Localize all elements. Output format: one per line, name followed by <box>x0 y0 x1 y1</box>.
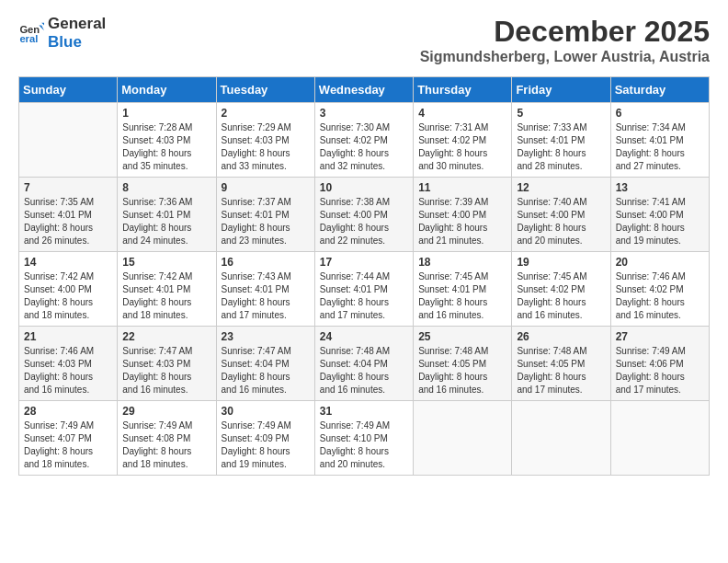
svg-text:eral: eral <box>19 33 38 44</box>
calendar-week-row: 21Sunrise: 7:46 AM Sunset: 4:03 PM Dayli… <box>19 327 710 401</box>
cell-content: Sunrise: 7:45 AM Sunset: 4:01 PM Dayligh… <box>418 270 506 322</box>
cell-content: Sunrise: 7:49 AM Sunset: 4:09 PM Dayligh… <box>222 419 310 471</box>
calendar-cell: 11Sunrise: 7:39 AM Sunset: 4:00 PM Dayli… <box>414 178 512 252</box>
cell-content: Sunrise: 7:30 AM Sunset: 4:02 PM Dayligh… <box>320 121 408 173</box>
header: Gen eral General Blue December 2025 Sigm… <box>18 15 710 65</box>
calendar-cell <box>512 401 610 476</box>
day-number: 27 <box>616 330 704 343</box>
cell-content: Sunrise: 7:48 AM Sunset: 4:04 PM Dayligh… <box>320 345 408 396</box>
calendar-cell: 4Sunrise: 7:31 AM Sunset: 4:02 PM Daylig… <box>414 103 512 178</box>
day-number: 24 <box>320 330 408 343</box>
logo-line1: General <box>48 15 106 33</box>
cell-content: Sunrise: 7:39 AM Sunset: 4:00 PM Dayligh… <box>418 196 506 247</box>
cell-content: Sunrise: 7:40 AM Sunset: 4:00 PM Dayligh… <box>517 196 605 247</box>
cell-content: Sunrise: 7:35 AM Sunset: 4:01 PM Dayligh… <box>24 196 112 247</box>
calendar-cell: 22Sunrise: 7:47 AM Sunset: 4:03 PM Dayli… <box>118 327 216 401</box>
day-number: 1 <box>122 107 210 120</box>
day-number: 7 <box>24 181 112 194</box>
calendar-cell: 26Sunrise: 7:48 AM Sunset: 4:05 PM Dayli… <box>512 327 610 401</box>
day-number: 6 <box>616 107 704 120</box>
day-number: 31 <box>320 405 408 418</box>
calendar-cell: 31Sunrise: 7:49 AM Sunset: 4:10 PM Dayli… <box>314 401 413 476</box>
calendar-table: SundayMondayTuesdayWednesdayThursdayFrid… <box>18 76 710 476</box>
month-title: December 2025 <box>420 15 710 49</box>
day-number: 8 <box>122 181 210 194</box>
day-number: 17 <box>320 256 408 269</box>
calendar-week-row: 1Sunrise: 7:28 AM Sunset: 4:03 PM Daylig… <box>19 103 710 178</box>
cell-content: Sunrise: 7:48 AM Sunset: 4:05 PM Dayligh… <box>418 345 506 396</box>
cell-content: Sunrise: 7:42 AM Sunset: 4:00 PM Dayligh… <box>24 270 112 322</box>
logo-icon: Gen eral <box>18 20 44 46</box>
day-number: 11 <box>418 181 506 194</box>
svg-marker-2 <box>39 26 44 31</box>
day-number: 19 <box>517 256 605 269</box>
calendar-cell: 24Sunrise: 7:48 AM Sunset: 4:04 PM Dayli… <box>314 327 413 401</box>
cell-content: Sunrise: 7:48 AM Sunset: 4:05 PM Dayligh… <box>517 345 605 396</box>
day-number: 16 <box>222 256 310 269</box>
calendar-cell: 3Sunrise: 7:30 AM Sunset: 4:02 PM Daylig… <box>314 103 413 178</box>
calendar-cell: 8Sunrise: 7:36 AM Sunset: 4:01 PM Daylig… <box>118 178 216 252</box>
cell-content: Sunrise: 7:34 AM Sunset: 4:01 PM Dayligh… <box>616 121 704 173</box>
calendar-cell <box>19 103 118 178</box>
day-number: 13 <box>616 181 704 194</box>
day-number: 25 <box>418 330 506 343</box>
day-number: 28 <box>24 405 112 418</box>
day-number: 5 <box>517 107 605 120</box>
cell-content: Sunrise: 7:28 AM Sunset: 4:03 PM Dayligh… <box>122 121 210 173</box>
cell-content: Sunrise: 7:38 AM Sunset: 4:00 PM Dayligh… <box>320 196 408 247</box>
calendar-header-row: SundayMondayTuesdayWednesdayThursdayFrid… <box>19 77 710 103</box>
calendar-cell: 29Sunrise: 7:49 AM Sunset: 4:08 PM Dayli… <box>118 401 216 476</box>
cell-content: Sunrise: 7:43 AM Sunset: 4:01 PM Dayligh… <box>222 270 310 322</box>
calendar-cell: 12Sunrise: 7:40 AM Sunset: 4:00 PM Dayli… <box>512 178 610 252</box>
calendar-cell: 30Sunrise: 7:49 AM Sunset: 4:09 PM Dayli… <box>216 401 314 476</box>
calendar-cell: 6Sunrise: 7:34 AM Sunset: 4:01 PM Daylig… <box>610 103 709 178</box>
cell-content: Sunrise: 7:49 AM Sunset: 4:08 PM Dayligh… <box>122 419 210 471</box>
weekday-header: Wednesday <box>314 77 413 103</box>
cell-content: Sunrise: 7:45 AM Sunset: 4:02 PM Dayligh… <box>517 270 605 322</box>
calendar-cell: 1Sunrise: 7:28 AM Sunset: 4:03 PM Daylig… <box>118 103 216 178</box>
weekday-header: Friday <box>512 77 610 103</box>
cell-content: Sunrise: 7:49 AM Sunset: 4:10 PM Dayligh… <box>320 419 408 471</box>
day-number: 15 <box>122 256 210 269</box>
cell-content: Sunrise: 7:44 AM Sunset: 4:01 PM Dayligh… <box>320 270 408 322</box>
calendar-cell <box>610 401 709 476</box>
cell-content: Sunrise: 7:46 AM Sunset: 4:03 PM Dayligh… <box>24 345 112 396</box>
day-number: 21 <box>24 330 112 343</box>
weekday-header: Thursday <box>414 77 512 103</box>
calendar-week-row: 14Sunrise: 7:42 AM Sunset: 4:00 PM Dayli… <box>19 252 710 327</box>
day-number: 23 <box>222 330 310 343</box>
calendar-week-row: 28Sunrise: 7:49 AM Sunset: 4:07 PM Dayli… <box>19 401 710 476</box>
cell-content: Sunrise: 7:31 AM Sunset: 4:02 PM Dayligh… <box>418 121 506 173</box>
cell-content: Sunrise: 7:41 AM Sunset: 4:00 PM Dayligh… <box>616 196 704 247</box>
weekday-header: Monday <box>118 77 216 103</box>
calendar-cell: 25Sunrise: 7:48 AM Sunset: 4:05 PM Dayli… <box>414 327 512 401</box>
calendar-cell: 9Sunrise: 7:37 AM Sunset: 4:01 PM Daylig… <box>216 178 314 252</box>
day-number: 12 <box>517 181 605 194</box>
cell-content: Sunrise: 7:36 AM Sunset: 4:01 PM Dayligh… <box>122 196 210 247</box>
weekday-header: Saturday <box>610 77 709 103</box>
title-section: December 2025 Sigmundsherberg, Lower Aus… <box>420 15 710 65</box>
cell-content: Sunrise: 7:47 AM Sunset: 4:04 PM Dayligh… <box>222 345 310 396</box>
calendar-cell: 16Sunrise: 7:43 AM Sunset: 4:01 PM Dayli… <box>216 252 314 327</box>
calendar-cell: 20Sunrise: 7:46 AM Sunset: 4:02 PM Dayli… <box>610 252 709 327</box>
calendar-cell: 19Sunrise: 7:45 AM Sunset: 4:02 PM Dayli… <box>512 252 610 327</box>
logo-line2: Blue <box>48 33 106 52</box>
calendar-cell: 10Sunrise: 7:38 AM Sunset: 4:00 PM Dayli… <box>314 178 413 252</box>
day-number: 18 <box>418 256 506 269</box>
calendar-cell: 21Sunrise: 7:46 AM Sunset: 4:03 PM Dayli… <box>19 327 118 401</box>
calendar-cell: 15Sunrise: 7:42 AM Sunset: 4:01 PM Dayli… <box>118 252 216 327</box>
calendar-cell: 27Sunrise: 7:49 AM Sunset: 4:06 PM Dayli… <box>610 327 709 401</box>
calendar-cell: 18Sunrise: 7:45 AM Sunset: 4:01 PM Dayli… <box>414 252 512 327</box>
weekday-header: Tuesday <box>216 77 314 103</box>
calendar-cell: 17Sunrise: 7:44 AM Sunset: 4:01 PM Dayli… <box>314 252 413 327</box>
day-number: 4 <box>418 107 506 120</box>
cell-content: Sunrise: 7:33 AM Sunset: 4:01 PM Dayligh… <box>517 121 605 173</box>
calendar-cell: 7Sunrise: 7:35 AM Sunset: 4:01 PM Daylig… <box>19 178 118 252</box>
cell-content: Sunrise: 7:47 AM Sunset: 4:03 PM Dayligh… <box>122 345 210 396</box>
calendar-cell: 28Sunrise: 7:49 AM Sunset: 4:07 PM Dayli… <box>19 401 118 476</box>
cell-content: Sunrise: 7:49 AM Sunset: 4:06 PM Dayligh… <box>616 345 704 396</box>
day-number: 26 <box>517 330 605 343</box>
day-number: 3 <box>320 107 408 120</box>
cell-content: Sunrise: 7:42 AM Sunset: 4:01 PM Dayligh… <box>122 270 210 322</box>
location-title: Sigmundsherberg, Lower Austria, Austria <box>420 49 710 65</box>
